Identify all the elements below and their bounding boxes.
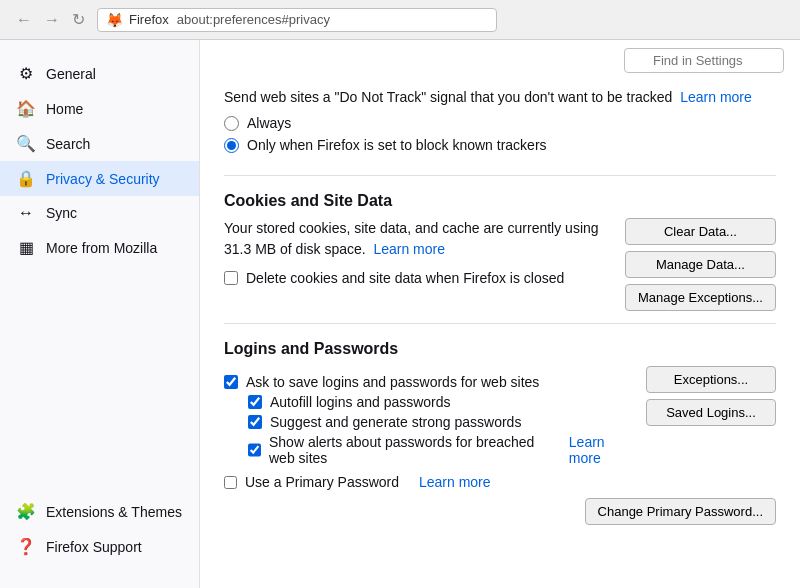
autofill-checkbox[interactable] — [248, 395, 262, 409]
autofill-row: Autofill logins and passwords — [248, 394, 630, 410]
primary-pwd-label: Use a Primary Password — [245, 474, 399, 490]
cookies-buttons: Clear Data... Manage Data... Manage Exce… — [625, 218, 776, 311]
lock-icon: 🔒 — [16, 169, 36, 188]
home-icon: 🏠 — [16, 99, 36, 118]
refresh-button[interactable]: ↻ — [68, 8, 89, 31]
support-icon: ❓ — [16, 537, 36, 556]
sidebar-label-search: Search — [46, 136, 90, 152]
content-inner: Send web sites a "Do Not Track" signal t… — [200, 77, 800, 588]
change-primary-password-button[interactable]: Change Primary Password... — [585, 498, 776, 525]
ask-save-row: Ask to save logins and passwords for web… — [224, 374, 630, 390]
dnt-always-option: Always — [224, 115, 776, 131]
browser-chrome: ← → ↻ 🦊 Firefox about:preferences#privac… — [0, 0, 800, 40]
sidebar-item-search[interactable]: 🔍 Search — [0, 126, 199, 161]
find-in-settings-input[interactable] — [624, 48, 784, 73]
delete-cookies-row: Delete cookies and site data when Firefo… — [224, 270, 609, 286]
alerts-learn-more-link[interactable]: Learn more — [569, 434, 630, 466]
cookies-section: Cookies and Site Data Your stored cookie… — [224, 176, 776, 324]
saved-logins-button[interactable]: Saved Logins... — [646, 399, 776, 426]
ask-save-checkbox[interactable] — [224, 375, 238, 389]
sidebar-label-mozilla: More from Mozilla — [46, 240, 157, 256]
suggest-label: Suggest and generate strong passwords — [270, 414, 521, 430]
url-text: about:preferences#privacy — [177, 12, 330, 27]
dnt-section: Send web sites a "Do Not Track" signal t… — [224, 77, 776, 176]
dnt-known-radio[interactable] — [224, 138, 239, 153]
delete-cookies-checkbox[interactable] — [224, 271, 238, 285]
back-button[interactable]: ← — [12, 9, 36, 31]
sidebar-label-support: Firefox Support — [46, 539, 142, 555]
cookies-left: Your stored cookies, site data, and cach… — [224, 218, 609, 286]
dnt-known-label: Only when Firefox is set to block known … — [247, 137, 547, 153]
sidebar-nav: ⚙ General 🏠 Home 🔍 Search 🔒 Privacy & Se… — [0, 56, 199, 265]
sidebar-label-sync: Sync — [46, 205, 77, 221]
sidebar-item-mozilla[interactable]: ▦ More from Mozilla — [0, 230, 199, 265]
dnt-always-label: Always — [247, 115, 291, 131]
dnt-learn-more-link[interactable]: Learn more — [680, 89, 752, 105]
dnt-description-text: Send web sites a "Do Not Track" signal t… — [224, 89, 672, 105]
primary-pwd-row: Use a Primary Password Learn more — [224, 474, 630, 490]
manage-exceptions-button[interactable]: Manage Exceptions... — [625, 284, 776, 311]
address-bar[interactable]: 🦊 Firefox about:preferences#privacy — [97, 8, 497, 32]
forward-button[interactable]: → — [40, 9, 64, 31]
gear-icon: ⚙ — [16, 64, 36, 83]
clear-data-button[interactable]: Clear Data... — [625, 218, 776, 245]
manage-data-button[interactable]: Manage Data... — [625, 251, 776, 278]
sidebar-item-sync[interactable]: ↔ Sync — [0, 196, 199, 230]
firefox-logo-icon: 🦊 — [106, 12, 123, 28]
nav-buttons: ← → ↻ — [12, 8, 89, 31]
ask-save-label: Ask to save logins and passwords for web… — [246, 374, 539, 390]
sidebar-label-general: General — [46, 66, 96, 82]
alerts-checkbox[interactable] — [248, 443, 261, 457]
cookies-learn-more-link[interactable]: Learn more — [373, 241, 445, 257]
dnt-always-radio[interactable] — [224, 116, 239, 131]
sidebar-item-support[interactable]: ❓ Firefox Support — [0, 529, 199, 564]
dnt-known-option: Only when Firefox is set to block known … — [224, 137, 776, 153]
exceptions-button[interactable]: Exceptions... — [646, 366, 776, 393]
sidebar-item-extensions[interactable]: 🧩 Extensions & Themes — [0, 494, 199, 529]
sidebar-label-privacy: Privacy & Security — [46, 171, 160, 187]
cookies-description: Your stored cookies, site data, and cach… — [224, 218, 609, 260]
logins-row: Ask to save logins and passwords for web… — [224, 366, 776, 490]
sidebar-item-privacy[interactable]: 🔒 Privacy & Security — [0, 161, 199, 196]
sync-icon: ↔ — [16, 204, 36, 222]
content-area: 🔍 Send web sites a "Do Not Track" signal… — [200, 40, 800, 588]
suggest-checkbox[interactable] — [248, 415, 262, 429]
extensions-icon: 🧩 — [16, 502, 36, 521]
logins-buttons: Exceptions... Saved Logins... — [646, 366, 776, 426]
main-layout: ⚙ General 🏠 Home 🔍 Search 🔒 Privacy & Se… — [0, 40, 800, 588]
logins-title: Logins and Passwords — [224, 340, 776, 358]
suggest-row: Suggest and generate strong passwords — [248, 414, 630, 430]
primary-pwd-learn-more-link[interactable]: Learn more — [419, 474, 491, 490]
change-primary-row: Change Primary Password... — [224, 498, 776, 525]
dnt-description: Send web sites a "Do Not Track" signal t… — [224, 89, 776, 105]
logins-left: Ask to save logins and passwords for web… — [224, 366, 630, 490]
autofill-label: Autofill logins and passwords — [270, 394, 451, 410]
tab-label: Firefox — [129, 12, 169, 27]
primary-pwd-checkbox[interactable] — [224, 476, 237, 489]
sidebar-item-general[interactable]: ⚙ General — [0, 56, 199, 91]
alerts-row: Show alerts about passwords for breached… — [248, 434, 630, 466]
sidebar-item-home[interactable]: 🏠 Home — [0, 91, 199, 126]
delete-cookies-label: Delete cookies and site data when Firefo… — [246, 270, 564, 286]
cookies-row: Your stored cookies, site data, and cach… — [224, 218, 776, 311]
logins-section: Logins and Passwords Ask to save logins … — [224, 324, 776, 541]
sidebar-label-extensions: Extensions & Themes — [46, 504, 182, 520]
find-bar: 🔍 — [200, 40, 800, 77]
search-sidebar-icon: 🔍 — [16, 134, 36, 153]
sidebar: ⚙ General 🏠 Home 🔍 Search 🔒 Privacy & Se… — [0, 40, 200, 588]
sidebar-label-home: Home — [46, 101, 83, 117]
mozilla-icon: ▦ — [16, 238, 36, 257]
cookies-title: Cookies and Site Data — [224, 192, 776, 210]
sidebar-bottom: 🧩 Extensions & Themes ❓ Firefox Support — [0, 494, 199, 572]
find-input-wrapper: 🔍 — [624, 48, 784, 73]
alerts-label: Show alerts about passwords for breached… — [269, 434, 549, 466]
